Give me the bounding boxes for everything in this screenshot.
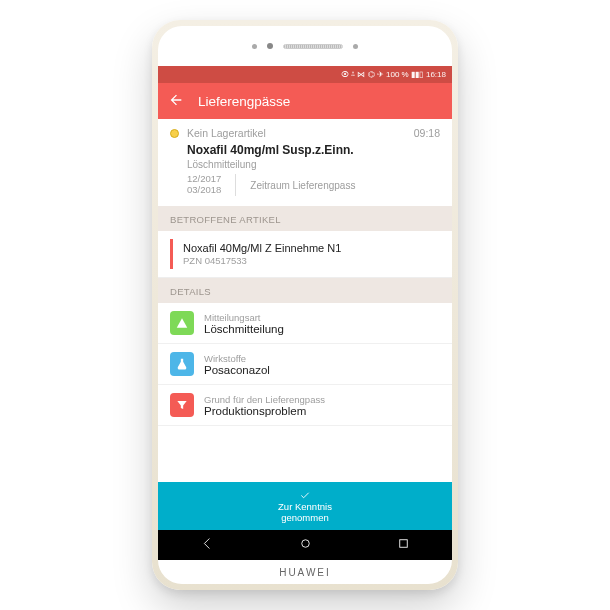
detail-value: Posaconazol — [204, 364, 270, 376]
svg-rect-1 — [399, 539, 407, 547]
phone-top-hardware — [158, 26, 452, 66]
section-header-affected: BETROFFENE ARTIKEL — [158, 206, 452, 231]
sensor-dot — [252, 44, 257, 49]
acknowledge-button[interactable]: Zur Kenntnis genommen — [158, 482, 452, 530]
app-title: Lieferengpässe — [198, 94, 290, 109]
accent-bar — [170, 239, 173, 269]
nav-home-icon[interactable] — [298, 536, 313, 555]
affected-article-row[interactable]: Noxafil 40Mg/Ml Z Einnehme N1 PZN 045175… — [158, 231, 452, 278]
product-subtitle: Löschmitteilung — [187, 159, 440, 170]
app-bar: Lieferengpässe — [158, 83, 452, 119]
screen: ⦿ ⁂ ⋈ ⌬ ✈ 100 % ▮▮▯ 16:18 Lieferengpässe… — [158, 66, 452, 560]
period-to: 03/2018 — [187, 185, 221, 196]
stock-status: Kein Lagerartikel — [187, 127, 406, 139]
article-name: Noxafil 40Mg/Ml Z Einnehme N1 — [183, 242, 341, 254]
section-header-details: DETAILS — [158, 278, 452, 303]
cta-line2: genommen — [281, 513, 329, 523]
phone-bezel: ⦿ ⁂ ⋈ ⌬ ✈ 100 % ▮▮▯ 16:18 Lieferengpässe… — [158, 26, 452, 584]
brand-logo: HUAWEI — [158, 560, 452, 584]
period-row: 12/2017 03/2018 Zeitraum Lieferengpass — [187, 174, 440, 196]
flask-icon — [170, 352, 194, 376]
detail-label: Wirkstoffe — [204, 353, 270, 364]
earpiece-speaker — [283, 44, 343, 49]
item-time: 09:18 — [414, 127, 440, 139]
summary-card: Kein Lagerartikel 09:18 Noxafil 40mg/ml … — [158, 119, 452, 206]
status-time: 16:18 — [426, 70, 446, 79]
svg-point-0 — [301, 539, 309, 547]
detail-row-mitteilungsart: Mitteilungsart Löschmitteilung — [158, 303, 452, 344]
status-bar: ⦿ ⁂ ⋈ ⌬ ✈ 100 % ▮▮▯ 16:18 — [158, 66, 452, 83]
detail-row-grund: Grund für den Lieferengpass Produktionsp… — [158, 385, 452, 426]
period-label: Zeitraum Lieferengpass — [250, 180, 355, 191]
front-camera — [267, 43, 273, 49]
phone-frame: ⦿ ⁂ ⋈ ⌬ ✈ 100 % ▮▮▯ 16:18 Lieferengpässe… — [152, 20, 458, 590]
detail-label: Grund für den Lieferengpass — [204, 394, 325, 405]
android-nav-bar — [158, 530, 452, 560]
back-icon[interactable] — [168, 92, 184, 111]
status-dot-icon — [170, 129, 179, 138]
nav-back-icon[interactable] — [200, 536, 215, 555]
product-name: Noxafil 40mg/ml Susp.z.Einn. — [187, 143, 440, 157]
detail-value: Löschmitteilung — [204, 323, 284, 335]
status-icons: ⦿ ⁂ ⋈ ⌬ ✈ 100 % ▮▮▯ — [341, 70, 423, 79]
triangle-icon — [170, 311, 194, 335]
cta-line1: Zur Kenntnis — [278, 502, 332, 512]
divider — [235, 174, 236, 196]
content-area: Kein Lagerartikel 09:18 Noxafil 40mg/ml … — [158, 119, 452, 530]
period-dates: 12/2017 03/2018 — [187, 174, 221, 196]
detail-row-wirkstoffe: Wirkstoffe Posaconazol — [158, 344, 452, 385]
detail-value: Produktionsproblem — [204, 405, 325, 417]
sensor-dot — [353, 44, 358, 49]
check-icon — [298, 490, 312, 501]
filter-icon — [170, 393, 194, 417]
article-pzn: PZN 04517533 — [183, 255, 341, 266]
nav-recent-icon[interactable] — [396, 536, 411, 555]
detail-label: Mitteilungsart — [204, 312, 284, 323]
